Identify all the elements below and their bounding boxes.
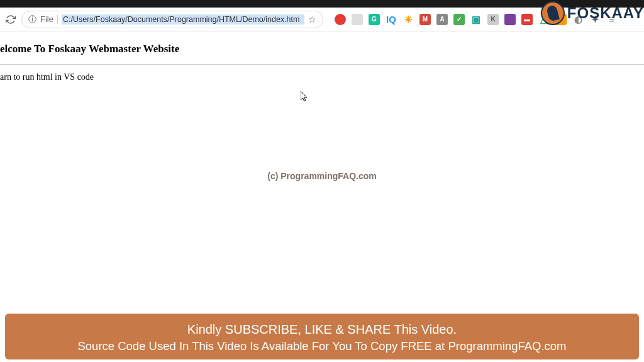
url-path: C:/Users/Foskaay/Documents/Programming/H… xyxy=(62,14,304,25)
orange-bug-extension-icon[interactable]: ✳ xyxy=(402,14,414,25)
logo-text: FOSKAAY xyxy=(567,4,644,22)
promo-banner: Kindly SUBSCRIBE, LIKE & SHARE This Vide… xyxy=(5,314,639,359)
gray-a-extension-icon[interactable]: A xyxy=(436,14,448,25)
bookmark-star-icon[interactable]: ☆ xyxy=(308,14,316,25)
banner-line-2: Source Code Used In This Video Is Availa… xyxy=(18,339,626,353)
k-circle-extension-icon[interactable]: K xyxy=(487,14,499,25)
page-body-text: arn to run html in VS code xyxy=(0,67,644,87)
info-icon: ⓘ xyxy=(28,14,36,25)
purple-box-extension-icon[interactable] xyxy=(504,14,516,25)
foskaay-logo: FOSKAAY xyxy=(541,1,644,25)
teal-box-extension-icon[interactable]: ▣ xyxy=(470,14,482,25)
page-content: elcome To Foskaay Webmaster Website arn … xyxy=(0,31,644,87)
logo-icon xyxy=(541,1,565,25)
watermark-text: (c) ProgrammingFAQ.com xyxy=(267,171,376,181)
divider xyxy=(57,15,58,24)
file-label: File xyxy=(40,14,53,24)
banner-line-1: Kindly SUBSCRIBE, LIKE & SHARE This Vide… xyxy=(18,322,626,337)
red-chart-extension-icon[interactable]: ▬ xyxy=(521,14,533,25)
red-circle-extension-icon[interactable] xyxy=(335,14,346,25)
grammarly-extension-icon[interactable]: G xyxy=(369,14,380,25)
horizontal-rule xyxy=(0,64,644,65)
cursor-icon xyxy=(301,91,309,106)
reload-button[interactable] xyxy=(5,14,16,25)
shield-extension-icon[interactable]: ✓ xyxy=(453,14,465,25)
gmail-extension-icon[interactable]: M xyxy=(419,14,431,25)
iq-extension-icon[interactable]: IQ xyxy=(386,14,397,25)
page-title: elcome To Foskaay Webmaster Website xyxy=(0,31,644,62)
gray-box-extension-icon[interactable] xyxy=(352,14,363,25)
address-bar[interactable]: ⓘ File C:/Users/Foskaay/Documents/Progra… xyxy=(21,11,323,28)
